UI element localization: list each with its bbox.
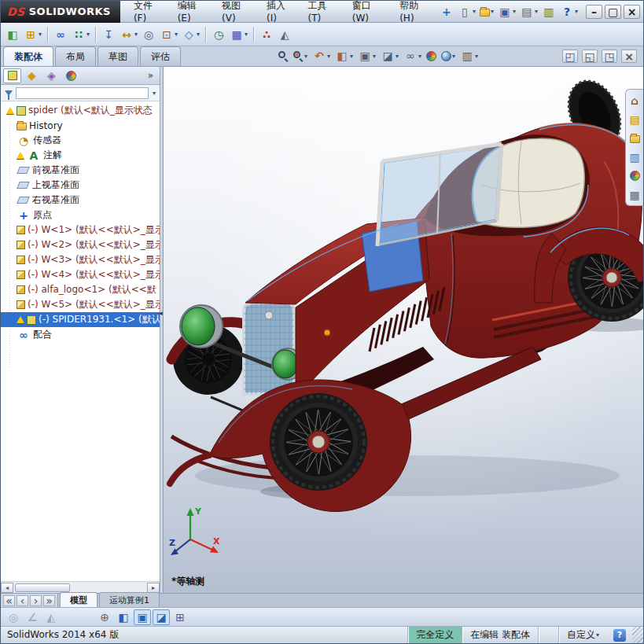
tree-item-component-w2[interactable]: (-) W<2> (默认<<默认>_显示 <box>1 237 160 252</box>
taskpane-appearances-scenes-button[interactable] <box>627 168 642 183</box>
tree-item-component-w1[interactable]: (-) W<1> (默认<<默认>_显示 <box>1 223 160 237</box>
grid-system-button[interactable]: ⊞ <box>171 609 189 625</box>
linear-component-pattern-button[interactable]: ∷▾ <box>70 27 91 42</box>
first-tab-button[interactable]: « <box>3 595 15 606</box>
save-document-button[interactable]: ▣▾ <box>496 4 517 20</box>
help-button[interactable]: ?▾ <box>558 4 580 20</box>
minimize-button[interactable]: – <box>586 5 602 19</box>
panel-tab-configuration-manager[interactable]: ◈ <box>42 68 61 83</box>
edit-component-button[interactable]: ◧ <box>4 27 21 42</box>
tree-item-root-spider[interactable]: spider (默认<默认_显示状态 <box>1 103 160 118</box>
resize-grip[interactable] <box>632 627 643 643</box>
panel-tab-feature-manager[interactable] <box>3 68 21 83</box>
pane-split-button[interactable]: ◱ <box>582 50 598 63</box>
mate-button[interactable]: ∞ <box>52 27 69 42</box>
display-style-button[interactable]: ◪ <box>153 609 170 625</box>
hide-show-items-button[interactable]: ∞▾ <box>403 48 422 64</box>
hide-all-types-button[interactable]: ◎ <box>5 609 22 625</box>
chevron-down-icon: ▾ <box>134 31 138 38</box>
tree-item-origin[interactable]: +原点 <box>1 208 160 223</box>
tree-item-component-w3[interactable]: (-) W<3> (默认<<默认>_显示 <box>1 252 160 267</box>
view-orientation-icon: ▣ <box>135 610 149 624</box>
tree-item-component-w4[interactable]: (-) W<4> (默认<<默认>_显示 <box>1 267 160 282</box>
taskpane-design-library-button[interactable]: ▤ <box>627 112 642 127</box>
instant-3d-button[interactable]: ◭ <box>276 27 293 42</box>
new-document-button[interactable]: ▯▾ <box>456 4 477 20</box>
next-tab-button[interactable]: › <box>30 595 42 606</box>
tree-item-component-w5[interactable]: (-) W<5> (默认<<默认>_显示 <box>1 297 160 312</box>
graphics-area[interactable]: ⌂▤▥▦ Y X Z *等轴测 <box>164 67 643 593</box>
maximize-button[interactable]: ▢ <box>605 5 621 19</box>
scroll-left-button[interactable]: ◂ <box>1 583 13 593</box>
taskpane-file-explorer-button[interactable] <box>627 131 642 145</box>
tree-item-sensors[interactable]: ◔传感器 <box>1 133 160 148</box>
section-view-button[interactable]: ◧▾ <box>334 48 354 64</box>
tree-item-component-spider1931[interactable]: (-) SPIDER1931.<1> (默认 <box>1 312 160 327</box>
pane-close-button[interactable]: × <box>621 50 637 63</box>
tree-horizontal-scrollbar[interactable]: ◂ ▸ <box>1 581 160 593</box>
status-custom-dropdown[interactable]: 自定义 ▾ <box>558 627 607 643</box>
pane-float-button[interactable]: ◳ <box>602 50 617 63</box>
tree-item-history[interactable]: History <box>1 118 160 133</box>
previous-tab-button[interactable]: ‹ <box>17 595 28 606</box>
spider-assembly-model[interactable] <box>164 67 643 593</box>
scroll-right-button[interactable]: ▸ <box>147 583 160 593</box>
tree-item-component-alfa-logo[interactable]: (-) alfa_logo<1> (默认<<默 <box>1 282 160 297</box>
taskpane-solidworks-resources-button[interactable]: ⌂ <box>627 93 642 108</box>
tree-item-front-plane[interactable]: 前视基准面 <box>1 163 160 178</box>
model-tab-model[interactable]: 模型 <box>60 592 98 607</box>
section-view-icon: ◧ <box>116 610 131 624</box>
tab-assembly[interactable]: 装配体 <box>3 46 53 66</box>
smart-fasteners-button[interactable]: ↧ <box>100 27 117 42</box>
mass-properties-button[interactable]: ◭ <box>42 609 60 625</box>
zoom-to-area-button[interactable]: ▾ <box>293 50 308 61</box>
orientation-triad: Y X Z <box>168 505 225 561</box>
scroll-thumb[interactable] <box>15 583 70 592</box>
show-hidden-components-button[interactable]: ◎ <box>140 27 157 42</box>
exploded-view-button[interactable]: ∴ <box>258 27 275 42</box>
solidworks-resources-button[interactable]: ▥ <box>540 4 558 20</box>
tree-item-annotations[interactable]: A注解 <box>1 148 160 163</box>
panel-tab-property-manager[interactable]: ◆ <box>23 68 41 83</box>
assembly-features-button[interactable]: ⊡▾ <box>158 27 179 42</box>
zoom-to-fit-icon <box>278 51 285 58</box>
zoom-to-fit-button[interactable] <box>278 50 289 61</box>
display-style-button[interactable]: ◪▾ <box>380 48 399 64</box>
reference-geometry-button[interactable]: ◇▾ <box>180 27 201 42</box>
taskpane-view-palette-button[interactable]: ▥ <box>627 149 642 164</box>
quick-snaps-button[interactable]: ⊕ <box>96 609 113 625</box>
model-tab-motion-study-1[interactable]: 运动算例1 <box>99 592 160 607</box>
view-settings-button[interactable]: ▥▾ <box>459 48 479 64</box>
insert-components-button[interactable]: ⊞▾ <box>22 27 43 42</box>
panel-overflow-button[interactable]: » <box>144 70 157 81</box>
new-motion-study-button[interactable]: ◷ <box>210 27 227 42</box>
tab-evaluate[interactable]: 评估 <box>140 46 181 66</box>
pane-restore-button[interactable]: ◰ <box>562 50 578 63</box>
taskpane-custom-properties-button[interactable]: ▦ <box>627 187 642 202</box>
pin-menubar-button[interactable]: + <box>438 4 455 20</box>
collapse-panel-icon[interactable]: ◂ <box>159 309 163 317</box>
tab-sketch[interactable]: 草图 <box>98 46 138 66</box>
move-component-button[interactable]: ↔▾ <box>118 27 139 42</box>
bill-of-materials-button[interactable]: ▦▾ <box>228 27 249 42</box>
apply-scene-button[interactable]: ▾ <box>440 50 456 62</box>
tree-item-right-plane[interactable]: 右视基准面 <box>1 193 160 208</box>
filter-input[interactable] <box>16 87 149 99</box>
open-document-button[interactable]: ▾ <box>478 6 495 17</box>
close-button[interactable]: × <box>624 5 640 19</box>
tree-item-top-plane[interactable]: 上视基准面 <box>1 178 160 193</box>
panel-tab-display-manager[interactable] <box>62 68 80 83</box>
view-orientation-button[interactable]: ▣▾ <box>357 48 377 64</box>
print-document-button[interactable]: ▤▾ <box>518 4 539 20</box>
pin-menubar-icon: + <box>440 5 454 19</box>
section-view-button[interactable]: ◧ <box>115 609 132 625</box>
edit-appearance-button[interactable] <box>425 50 437 62</box>
previous-view-button[interactable]: ↶▾ <box>311 48 331 64</box>
status-help-button[interactable]: ? <box>613 629 626 642</box>
tree-item-mates[interactable]: ∞配合 <box>1 327 160 342</box>
view-orientation-button[interactable]: ▣ <box>134 609 151 625</box>
last-tab-button[interactable]: » <box>43 595 55 606</box>
tab-layout[interactable]: 布局 <box>55 46 96 66</box>
grid-system-icon: ⊞ <box>173 610 187 624</box>
measure-button[interactable]: ∠ <box>24 609 41 625</box>
